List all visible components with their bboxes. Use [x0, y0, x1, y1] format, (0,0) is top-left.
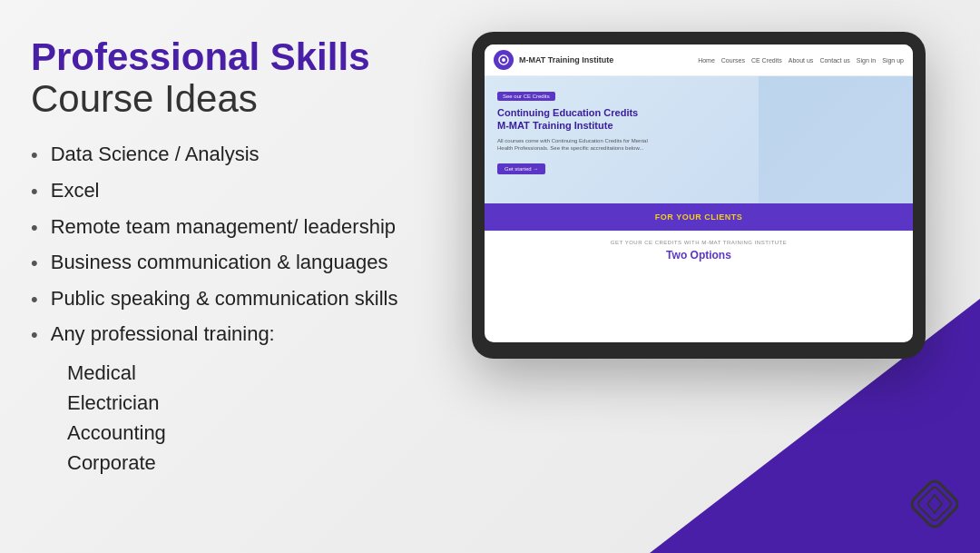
sub-list: Medical Electrician Accounting Corporate: [67, 358, 430, 478]
brand-logo-icon: [909, 479, 960, 529]
list-item: Electrician: [67, 388, 430, 418]
list-item: Accounting: [67, 418, 430, 448]
list-item: Excel: [31, 178, 430, 205]
site-nav: Home Courses CE Credits About us Contact…: [698, 57, 904, 64]
nav-about: About us: [789, 57, 814, 64]
tablet-frame: M-MAT Training Institute Home Courses CE…: [472, 32, 926, 359]
get-started-button[interactable]: Get started →: [497, 163, 545, 174]
svg-point-1: [502, 58, 505, 62]
nav-contact: Contact us: [819, 57, 849, 64]
hero-badge: See our CE Credits: [497, 92, 555, 101]
banner-highlight-text: CLIENTS: [704, 212, 742, 222]
nav-signin: Sign in: [857, 57, 876, 64]
title-bold: Professional Skills: [31, 36, 430, 78]
site-section: GET YOUR CE CREDITS WITH M-MAT TRAINING …: [485, 231, 913, 271]
left-panel: Professional Skills Course Ideas Data Sc…: [31, 36, 430, 478]
list-item: Public speaking & communication skills: [31, 286, 430, 313]
hero-description: All courses come with Continuing Educati…: [497, 137, 661, 153]
bottom-logo: [909, 479, 960, 533]
list-item: Any professional training:: [31, 321, 430, 349]
list-item: Remote team management/ leadership: [31, 214, 430, 242]
nav-ce-credits: CE Credits: [751, 57, 782, 64]
list-item: Medical: [67, 358, 430, 388]
banner-text: FOR YOUR: [655, 212, 701, 222]
list-item: Corporate: [67, 448, 430, 478]
nav-home: Home: [698, 57, 715, 64]
site-name-label: M-MAT Training Institute: [519, 55, 613, 64]
list-item: Data Science / Analysis: [31, 142, 430, 169]
nav-signup: Sign up: [882, 57, 904, 64]
hero-image: [759, 76, 913, 203]
page-title: Professional Skills Course Ideas: [31, 36, 430, 120]
main-list: Data Science / Analysis Excel Remote tea…: [31, 142, 430, 349]
site-header: M-MAT Training Institute Home Courses CE…: [485, 44, 913, 76]
section-subtitle: GET YOUR CE CREDITS WITH M-MAT TRAINING …: [497, 240, 900, 245]
logo-icon: [497, 54, 510, 66]
nav-courses: Courses: [721, 57, 745, 64]
site-hero: See our CE Credits Continuing Education …: [485, 76, 913, 203]
tablet-device: M-MAT Training Institute Home Courses CE…: [472, 32, 926, 368]
title-regular: Course Ideas: [31, 78, 430, 120]
background: Professional Skills Course Ideas Data Sc…: [0, 0, 980, 553]
site-logo: [494, 50, 514, 70]
tablet-screen: M-MAT Training Institute Home Courses CE…: [485, 44, 913, 342]
site-banner: FOR YOUR CLIENTS: [485, 203, 913, 231]
svg-rect-2: [909, 479, 960, 529]
list-item: Business communication & languages: [31, 250, 430, 277]
section-title: Two Options: [497, 249, 900, 262]
